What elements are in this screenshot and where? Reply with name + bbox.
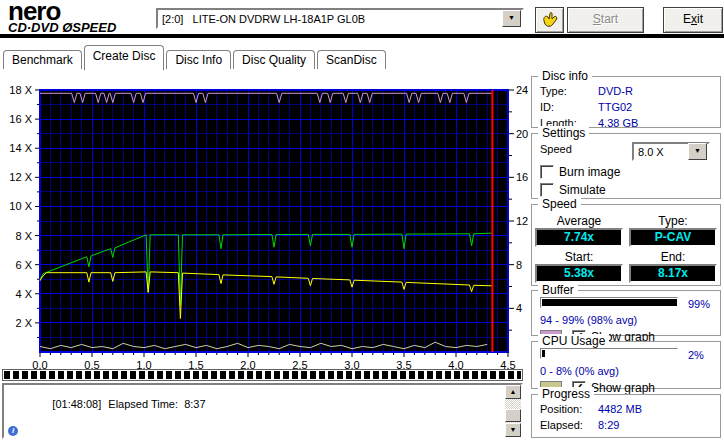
hand-icon — [541, 11, 559, 29]
buffer-bar-row: 99% — [540, 297, 720, 311]
cpu-range: 0 - 8% (0% avg) — [540, 364, 720, 378]
type-label: Type: — [626, 215, 720, 228]
buffer-bar-fill — [542, 299, 677, 306]
log-line: [01:48:08]Elapsed Time: 8:37 — [4, 385, 521, 424]
group-title: CPU Usage — [538, 334, 609, 348]
svg-text:2 X: 2 X — [15, 317, 32, 329]
toolbar: nero CD·DVD ØSPEED [2:0] LITE-ON DVDRW L… — [0, 0, 724, 38]
svg-text:14 X: 14 X — [9, 142, 32, 154]
write-type-display: P-CAV — [629, 228, 717, 247]
buffer-meter — [540, 297, 678, 308]
log-scrollbar[interactable]: ▲ ▼ — [505, 385, 521, 437]
svg-text:12 X: 12 X — [9, 171, 32, 183]
info-icon: i — [8, 426, 18, 436]
cpu-meter — [540, 348, 678, 359]
group-title: Buffer — [538, 283, 578, 297]
svg-text:10 X: 10 X — [9, 200, 32, 212]
start-label: Start: — [532, 251, 626, 264]
exit-button[interactable]: Exit — [663, 7, 723, 33]
options-button[interactable] — [535, 7, 564, 33]
logo-text-nero: nero — [8, 0, 148, 22]
svg-text:8: 8 — [516, 259, 522, 271]
cpu-usage-group: CPU Usage 2% 0 - 8% (0% avg) ✓ Show grap… — [531, 341, 721, 389]
progress-group: Progress Position: 4482 MB Elapsed: 8:29 — [531, 394, 721, 438]
group-title: Speed — [538, 197, 581, 211]
tab-disc-info[interactable]: Disc Info — [166, 50, 231, 69]
simulate-row: Simulate — [540, 183, 720, 197]
logo-text-cdspeed: CD·DVD ØSPEED — [8, 22, 148, 34]
svg-text:12: 12 — [516, 215, 528, 227]
settings-group: Settings Speed 8.0 X ▼ Burn image Simula… — [531, 133, 721, 199]
end-label: End: — [626, 251, 720, 264]
speed-results-group: Speed Average 7.74x Type: P-CAV Start: 5… — [531, 204, 721, 286]
buffer-group: Buffer 99% 94 - 99% (98% avg) ✓ Show gra… — [531, 290, 721, 336]
cpu-bar-row: 2% — [540, 348, 720, 362]
disc-info-group: Disc info Type: DVD-R ID: TTG02 Length: … — [531, 76, 721, 128]
scrollbar-thumb[interactable] — [505, 409, 521, 422]
group-title: Progress — [538, 387, 594, 401]
tab-scandisc[interactable]: ScanDisc — [317, 50, 386, 69]
svg-text:6 X: 6 X — [15, 259, 32, 271]
simulate-checkbox[interactable] — [540, 183, 554, 197]
burn-image-checkbox[interactable] — [540, 165, 554, 179]
group-title: Disc info — [538, 69, 592, 83]
end-speed-display: 8.17x — [629, 264, 717, 283]
write-speed-select[interactable]: 8.0 X ▼ — [632, 142, 710, 161]
log-line: i [01:53:55]Creating Data Disc — [4, 424, 521, 441]
write-speed-value: 8.0 X — [634, 146, 688, 158]
burn-image-row: Burn image — [540, 165, 720, 179]
disc-type-row: Type: DVD-R — [540, 84, 720, 98]
average-speed-display: 7.74x — [535, 228, 623, 247]
group-title: Settings — [538, 126, 589, 140]
tab-disc-quality[interactable]: Disc Quality — [233, 50, 315, 69]
svg-text:16 X: 16 X — [9, 113, 32, 125]
cpu-percent: 2% — [688, 348, 704, 362]
tab-create-disc[interactable]: Create Disc — [84, 45, 165, 70]
elapsed-row: Elapsed: 8:29 — [540, 418, 720, 432]
chevron-down-icon[interactable]: ▼ — [688, 143, 707, 160]
svg-text:18 X: 18 X — [9, 84, 32, 96]
svg-text:4 X: 4 X — [15, 288, 32, 300]
write-speed-chart: 18 X16 X14 X12 X10 X8 X6 X4 X2 X24201612… — [4, 76, 534, 370]
burn-progress-bar — [2, 369, 523, 381]
tab-benchmark[interactable]: Benchmark — [3, 50, 82, 69]
buffer-percent: 99% — [688, 297, 710, 311]
scroll-up-icon[interactable]: ▲ — [505, 385, 521, 399]
buffer-range: 94 - 99% (98% avg) — [540, 313, 720, 327]
event-log: [01:48:08]Elapsed Time: 8:37 i [01:53:55… — [2, 383, 523, 439]
chevron-down-icon[interactable]: ▼ — [502, 10, 521, 27]
position-row: Position: 4482 MB — [540, 402, 720, 416]
svg-text:16: 16 — [516, 171, 528, 183]
cpu-bar-fill — [542, 350, 545, 357]
burn-progress-fill — [4, 371, 521, 379]
start-button[interactable]: Start — [567, 7, 644, 33]
nero-logo: nero CD·DVD ØSPEED — [8, 0, 148, 34]
nero-cd-dvd-speed-window: nero CD·DVD ØSPEED [2:0] LITE-ON DVDRW L… — [0, 0, 724, 441]
svg-text:24: 24 — [516, 84, 528, 96]
drive-selector-value: [2:0] LITE-ON DVDRW LH-18A1P GL0B — [158, 13, 502, 25]
svg-text:4: 4 — [516, 302, 522, 314]
svg-text:8 X: 8 X — [15, 230, 32, 242]
svg-text:20: 20 — [516, 128, 528, 140]
average-label: Average — [532, 215, 626, 228]
start-speed-display: 5.38x — [535, 264, 623, 283]
chart-canvas: 18 X16 X14 X12 X10 X8 X6 X4 X2 X24201612… — [4, 76, 534, 370]
speed-label: Speed — [540, 142, 572, 156]
scroll-down-icon[interactable]: ▼ — [505, 423, 521, 437]
tab-strip: Benchmark Create Disc Disc Info Disc Qua… — [3, 47, 388, 69]
disc-id-row: ID: TTG02 — [540, 100, 720, 114]
drive-selector-combobox[interactable]: [2:0] LITE-ON DVDRW LH-18A1P GL0B ▼ — [156, 8, 524, 29]
